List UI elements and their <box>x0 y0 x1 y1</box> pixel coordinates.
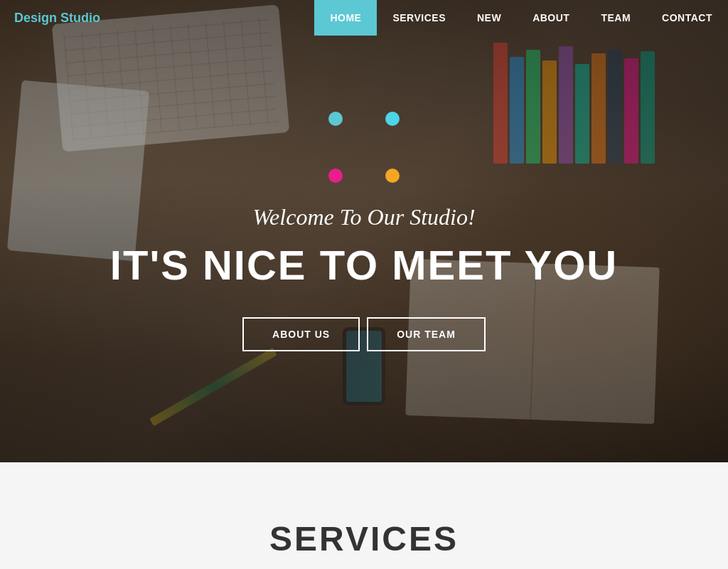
dot-yellow <box>385 169 400 183</box>
nav-services[interactable]: SERVICES <box>377 0 461 36</box>
dot-teal <box>328 112 343 126</box>
dot-cyan <box>385 112 400 126</box>
nav-new[interactable]: NEW <box>461 0 517 36</box>
hero-section: Welcome To Our Studio! IT'S NICE TO MEET… <box>0 0 728 462</box>
hero-subtitle: Welcome To Our Studio! <box>110 204 618 230</box>
hero-title: IT'S NICE TO MEET YOU <box>110 241 618 289</box>
services-section: SERVICES <box>0 462 728 569</box>
nav-about[interactable]: ABOUT <box>517 0 585 36</box>
dots-row-2 <box>328 169 400 183</box>
about-us-button[interactable]: ABOUT US <box>242 317 360 351</box>
hero-buttons: ABOUT US OUR TEAM <box>110 317 618 351</box>
dots-row-1 <box>328 112 400 126</box>
nav-team[interactable]: TEAM <box>585 0 646 36</box>
hero-inner: Welcome To Our Studio! IT'S NICE TO MEET… <box>0 0 728 462</box>
brand-logo: Design Studio <box>0 0 142 36</box>
nav-home[interactable]: HOME <box>314 0 377 36</box>
hero-content: Welcome To Our Studio! IT'S NICE TO MEET… <box>96 204 632 351</box>
brand-name: Design Studio <box>14 11 100 26</box>
nav-contact[interactable]: CONTACT <box>646 0 728 36</box>
services-title: SERVICES <box>28 519 700 558</box>
our-team-button[interactable]: OUR TEAM <box>367 317 486 351</box>
dot-pink <box>328 169 343 183</box>
nav-links: HOME SERVICES NEW ABOUT TEAM CONTACT <box>314 0 728 36</box>
navbar: Design Studio HOME SERVICES NEW ABOUT TE… <box>0 0 728 36</box>
dots-decoration <box>328 112 400 183</box>
